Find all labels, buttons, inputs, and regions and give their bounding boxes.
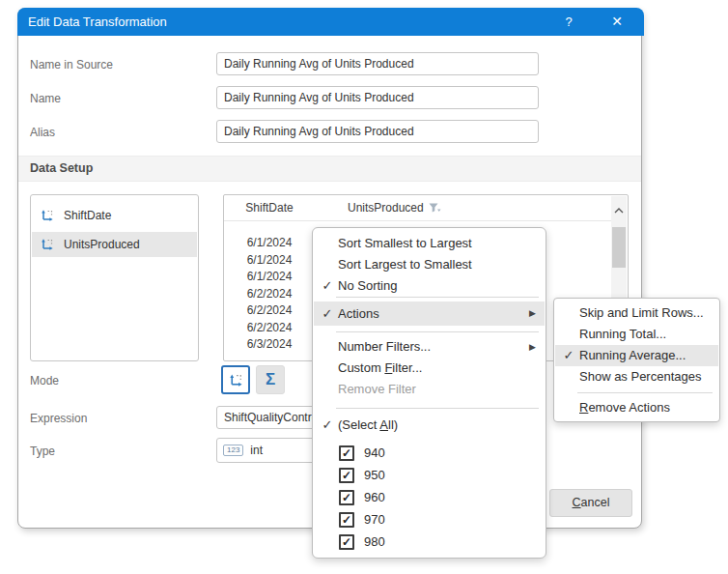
check-icon: ✓ (342, 535, 351, 549)
filter-value-label: 940 (364, 445, 385, 460)
checkbox-checked[interactable]: ✓ (339, 512, 354, 528)
cancel-label: ancel (581, 496, 610, 509)
scrollbar-thumb[interactable] (612, 227, 626, 268)
check-icon: ✓ (320, 275, 335, 297)
menu-item-sort-largest[interactable]: Sort Largest to Smallest (314, 254, 545, 275)
menu-item-label: Skip and Limit Rows... (579, 305, 704, 320)
mode-aggregate-button[interactable]: Σ (256, 365, 285, 394)
menu-item-actions[interactable]: ✓ Actions ▶ (314, 301, 545, 326)
filter-value-row[interactable]: ✓ 970 (314, 508, 545, 531)
filter-value-row[interactable]: ✓ 980 (314, 531, 545, 553)
check-icon: ✓ (561, 345, 576, 366)
list-item-label: UnitsProduced (64, 238, 140, 251)
menu-item-label: Running Average... (579, 348, 686, 362)
menu-item-label: No Sorting (338, 278, 397, 293)
check-icon: ✓ (320, 301, 335, 326)
menu-item-no-sorting[interactable]: ✓ No Sorting (314, 275, 545, 297)
menu-item-label: Show as Percentages (579, 369, 701, 384)
name-in-source-label: Name in Source (30, 58, 113, 72)
menu-item-label: R (579, 400, 588, 415)
filter-value-label: 950 (364, 468, 385, 482)
expression-label: Expression (30, 412, 87, 425)
table-row: 6/2/2024 (224, 285, 315, 302)
scroll-up-icon[interactable] (611, 200, 627, 217)
alias-field[interactable] (216, 120, 539, 143)
menu-item-label: ll) (388, 417, 398, 432)
name-in-source-field[interactable] (216, 52, 539, 75)
menu-item-label: Actions (338, 306, 379, 321)
menu-item-sort-smallest[interactable]: Sort Smallest to Largest (314, 233, 545, 254)
table-row: 6/3/2024 (224, 335, 315, 353)
checkbox-checked[interactable]: ✓ (339, 468, 354, 483)
menu-item-label: A (379, 417, 388, 432)
table-row: 6/2/2024 (224, 301, 315, 319)
menu-item-label: Number Filters... (338, 339, 431, 354)
data-setup-title: Data Setup (30, 161, 93, 175)
table-row: 6/1/2024 (224, 234, 315, 251)
list-item-label: ShiftDate (64, 209, 111, 222)
filter-value-row[interactable]: ✓ 940 (314, 442, 545, 464)
alias-label: Alias (30, 126, 55, 139)
screen: Edit Data Transformation ? ✕ Name in Sou… (0, 0, 728, 574)
menu-separator (336, 297, 539, 298)
checkbox-checked[interactable]: ✓ (339, 445, 354, 461)
submenu-item-running-total[interactable]: Running Total... (555, 324, 718, 345)
column-header-label: UnitsProduced (348, 201, 424, 215)
data-setup-section-header: Data Setup (18, 156, 641, 182)
filter-value-row[interactable]: ✓ 950 (314, 464, 545, 486)
close-button[interactable]: ✕ (606, 13, 628, 31)
menu-separator (336, 408, 539, 409)
mode-label: Mode (30, 374, 59, 387)
transform-icon (40, 208, 55, 223)
submenu-item-remove-actions[interactable]: Remove Actions (555, 397, 718, 418)
mode-transform-button[interactable] (221, 365, 250, 394)
filter-context-menu: Sort Smallest to Largest Sort Largest to… (312, 227, 546, 559)
checkbox-checked[interactable]: ✓ (339, 490, 354, 505)
type-value: int (250, 444, 263, 457)
menu-item-select-all[interactable]: ✓ (Select All) (314, 415, 545, 436)
menu-item-label: Custom (338, 360, 384, 375)
submenu-item-skip-limit-rows[interactable]: Skip and Limit Rows... (555, 302, 718, 324)
menu-item-label: Sort Largest to Smallest (338, 257, 472, 272)
sigma-icon: Σ (266, 370, 275, 389)
checkbox-checked[interactable]: ✓ (339, 534, 354, 550)
table-row: 6/2/2024 (224, 319, 315, 336)
dialog-title: Edit Data Transformation (28, 14, 167, 29)
name-field[interactable] (216, 86, 539, 109)
filter-icon[interactable] (429, 203, 441, 214)
menu-item-remove-filter: Remove Filter (314, 379, 545, 400)
cancel-label: C (573, 496, 581, 509)
title-bar: Edit Data Transformation ? ✕ (17, 8, 644, 36)
list-item-unitsproduced[interactable]: UnitsProduced (32, 232, 197, 257)
filter-value-label: 960 (364, 490, 385, 504)
table-row: 6/1/2024 (224, 251, 315, 269)
actions-submenu: Skip and Limit Rows... Running Total... … (553, 298, 720, 422)
menu-separator (336, 331, 539, 332)
filter-value-label: 970 (364, 512, 385, 527)
help-button[interactable]: ? (558, 13, 579, 31)
menu-item-label: (Select (338, 417, 379, 432)
filter-value-row[interactable]: ✓ 960 (314, 486, 545, 508)
transform-icon (40, 237, 55, 252)
menu-item-custom-filter[interactable]: Custom Filter... (314, 358, 545, 379)
submenu-item-show-as-percentages[interactable]: Show as Percentages (555, 366, 718, 387)
menu-item-label: Remove Filter (338, 382, 416, 396)
check-icon: ✓ (342, 446, 351, 460)
column-header-shiftdate[interactable]: ShiftDate (224, 195, 315, 220)
submenu-arrow-icon: ▶ (529, 301, 536, 326)
menu-item-number-filters[interactable]: Number Filters... ▶ (314, 336, 545, 358)
menu-item-label: Sort Smallest to Largest (338, 236, 472, 250)
list-item-shiftdate[interactable]: ShiftDate (32, 203, 197, 228)
check-icon: ✓ (342, 469, 351, 482)
name-label: Name (30, 92, 61, 105)
column-header-unitsproduced[interactable]: UnitsProduced (348, 195, 441, 220)
check-icon: ✓ (320, 415, 335, 436)
menu-item-label: emove Actions (588, 400, 670, 415)
menu-separator (577, 392, 713, 393)
submenu-item-running-average[interactable]: ✓ Running Average... (555, 345, 718, 366)
menu-item-label: Running Total... (579, 327, 666, 341)
type-label: Type (30, 445, 55, 458)
transform-icon (228, 372, 244, 388)
cancel-button[interactable]: Cancel (549, 489, 632, 517)
check-icon: ✓ (342, 513, 351, 527)
